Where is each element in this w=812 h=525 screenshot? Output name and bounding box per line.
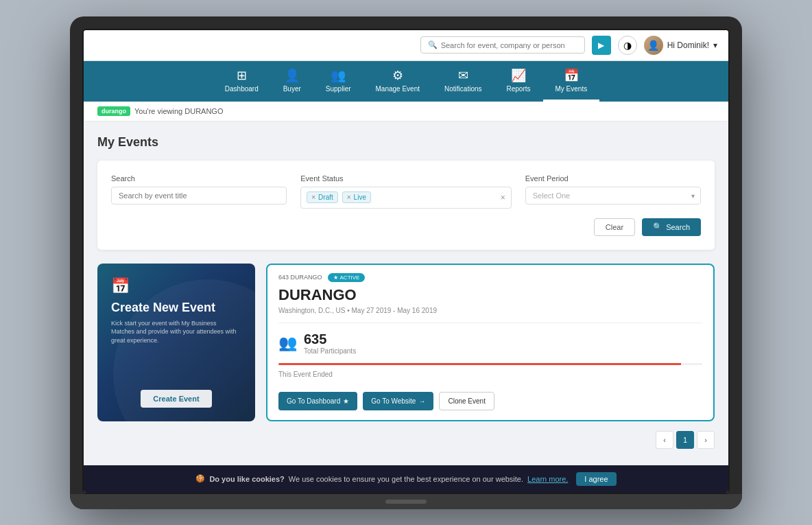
screen: 🔍 ▶ ◑ 👤 Hi Dominik! ▾ ⊞ Dashboard 👤 bbox=[82, 29, 730, 494]
laptop-notch bbox=[385, 500, 427, 504]
nav-item-reports[interactable]: 📈 Reports bbox=[494, 61, 543, 102]
search-btn-icon: 🔍 bbox=[653, 222, 662, 231]
breadcrumb: durango You're viewing DURANGO bbox=[84, 102, 728, 121]
website-btn-icon: → bbox=[418, 397, 425, 405]
manage-event-icon: ⚙ bbox=[392, 68, 403, 83]
supplier-icon: 👥 bbox=[331, 68, 346, 83]
participants-label: Total Participants bbox=[304, 347, 356, 355]
play-button[interactable]: ▶ bbox=[592, 36, 611, 55]
pagination: ‹ 1 › bbox=[97, 421, 715, 452]
create-event-button[interactable]: Create Event bbox=[141, 390, 211, 408]
event-card-actions: Go To Dashboard ★ Go To Website → Clone … bbox=[267, 385, 713, 420]
clear-button[interactable]: Clear bbox=[594, 218, 635, 236]
create-event-top: 📅 Create New Event Kick start your event… bbox=[111, 277, 241, 345]
tags-clear-all[interactable]: × bbox=[501, 193, 505, 202]
nav-label-reports: Reports bbox=[507, 85, 531, 93]
cookie-icon: 🍪 bbox=[195, 474, 205, 483]
user-greeting: Hi Dominik! bbox=[667, 40, 709, 50]
user-menu[interactable]: 👤 Hi Dominik! ▾ bbox=[644, 36, 717, 55]
tag-live-close[interactable]: × bbox=[347, 194, 351, 201]
search-filter-group: Search bbox=[111, 174, 287, 209]
my-events-icon: 📅 bbox=[564, 68, 579, 83]
pagination-page-1[interactable]: 1 bbox=[676, 431, 694, 449]
period-select[interactable]: Select One bbox=[526, 187, 700, 204]
create-event-card: 📅 Create New Event Kick start your event… bbox=[97, 264, 255, 421]
period-select-wrapper: Select One ▾ bbox=[525, 187, 701, 205]
page-title: My Events bbox=[97, 135, 715, 150]
search-box-wrapper: 🔍 bbox=[420, 36, 585, 54]
laptop-bottom bbox=[70, 494, 742, 509]
event-search-input[interactable] bbox=[111, 187, 287, 205]
tag-live[interactable]: × Live bbox=[342, 191, 371, 203]
stat-block: 635 Total Participants bbox=[304, 331, 356, 355]
event-name: DURANGO bbox=[278, 286, 702, 304]
progress-bar bbox=[278, 363, 702, 365]
participants-icon: 👥 bbox=[278, 334, 297, 352]
event-location: Washington, D.C., US • May 27 2019 - May… bbox=[278, 307, 702, 314]
active-label: ACTIVE bbox=[340, 275, 360, 281]
period-filter-label: Event Period bbox=[525, 174, 701, 183]
calendar-icon: 📅 bbox=[111, 277, 241, 295]
tag-live-label: Live bbox=[354, 194, 366, 201]
event-stats: 👥 635 Total Participants bbox=[267, 323, 713, 363]
event-ended-text: This Event Ended bbox=[267, 368, 713, 385]
search-btn-label: Search bbox=[666, 223, 690, 231]
nav-item-manage-event[interactable]: ⚙ Manage Event bbox=[363, 61, 433, 102]
contrast-button[interactable]: ◑ bbox=[618, 36, 637, 55]
tag-draft-close[interactable]: × bbox=[311, 194, 315, 201]
dashboard-btn-label: Go To Dashboard bbox=[287, 397, 340, 405]
main-nav: ⊞ Dashboard 👤 Buyer 👥 Supplier ⚙ Manage … bbox=[84, 61, 728, 102]
nav-label-dashboard: Dashboard bbox=[225, 85, 259, 93]
top-bar: 🔍 ▶ ◑ 👤 Hi Dominik! ▾ bbox=[84, 30, 728, 61]
status-filter-group: Event Status × Draft × Live × bbox=[300, 174, 512, 209]
active-star-icon: ★ bbox=[333, 275, 338, 281]
go-to-website-button[interactable]: Go To Website → bbox=[363, 392, 433, 410]
go-to-dashboard-button[interactable]: Go To Dashboard ★ bbox=[278, 392, 357, 410]
filter-actions: Clear 🔍 Search bbox=[111, 218, 701, 236]
user-dropdown-chevron: ▾ bbox=[713, 40, 717, 50]
cookie-bar: 🍪 Do you like cookies? We use cookies to… bbox=[84, 465, 728, 493]
nav-item-supplier[interactable]: 👥 Supplier bbox=[313, 61, 363, 102]
cookie-message: We use cookies to ensure you get the bes… bbox=[289, 475, 523, 483]
nav-label-buyer: Buyer bbox=[283, 85, 301, 93]
participants-count: 635 bbox=[304, 331, 356, 347]
cookie-agree-button[interactable]: I agree bbox=[576, 472, 616, 486]
dashboard-btn-icon: ★ bbox=[343, 397, 349, 405]
active-status-badge: ★ ACTIVE bbox=[328, 273, 366, 282]
event-card-header: 643 DURANGO ★ ACTIVE DURANGO Washington,… bbox=[267, 265, 713, 323]
reports-icon: 📈 bbox=[511, 68, 526, 83]
tag-draft[interactable]: × Draft bbox=[307, 191, 338, 203]
progress-fill bbox=[278, 363, 681, 365]
pagination-prev[interactable]: ‹ bbox=[656, 431, 673, 449]
cookie-learn-more-link[interactable]: Learn more. bbox=[527, 475, 568, 483]
search-filter-label: Search bbox=[111, 174, 287, 183]
period-filter-group: Event Period Select One ▾ bbox=[525, 174, 701, 209]
play-icon: ▶ bbox=[598, 40, 604, 50]
nav-label-my-events: My Events bbox=[556, 85, 588, 93]
nav-item-notifications[interactable]: ✉ Notifications bbox=[432, 61, 494, 102]
filter-panel: Search Event Status × Draft × bbox=[97, 161, 715, 250]
nav-label-supplier: Supplier bbox=[326, 85, 351, 93]
nav-item-buyer[interactable]: 👤 Buyer bbox=[271, 61, 313, 102]
event-progress bbox=[267, 363, 713, 368]
search-button[interactable]: 🔍 Search bbox=[642, 218, 701, 236]
event-id-badge: 643 DURANGO bbox=[278, 274, 322, 281]
search-icon: 🔍 bbox=[428, 40, 438, 49]
status-filter-label: Event Status bbox=[300, 174, 512, 183]
nav-item-my-events[interactable]: 📅 My Events bbox=[543, 61, 600, 102]
cookie-title: Do you like cookies? bbox=[209, 475, 284, 483]
global-search-input[interactable] bbox=[441, 41, 577, 49]
breadcrumb-text: You're viewing DURANGO bbox=[134, 107, 223, 115]
nav-label-notifications: Notifications bbox=[444, 85, 481, 93]
nav-label-manage-event: Manage Event bbox=[376, 85, 420, 93]
create-event-title: Create New Event bbox=[111, 301, 241, 315]
avatar: 👤 bbox=[644, 36, 663, 55]
main-content: My Events Search Event Status × bbox=[84, 121, 728, 465]
pagination-next[interactable]: › bbox=[697, 431, 715, 449]
notifications-icon: ✉ bbox=[458, 68, 468, 83]
filter-row: Search Event Status × Draft × bbox=[111, 174, 701, 209]
nav-item-dashboard[interactable]: ⊞ Dashboard bbox=[213, 61, 271, 102]
website-btn-label: Go To Website bbox=[371, 397, 416, 405]
status-tags-container[interactable]: × Draft × Live × bbox=[300, 187, 512, 209]
clone-event-button[interactable]: Clone Event bbox=[439, 392, 494, 410]
